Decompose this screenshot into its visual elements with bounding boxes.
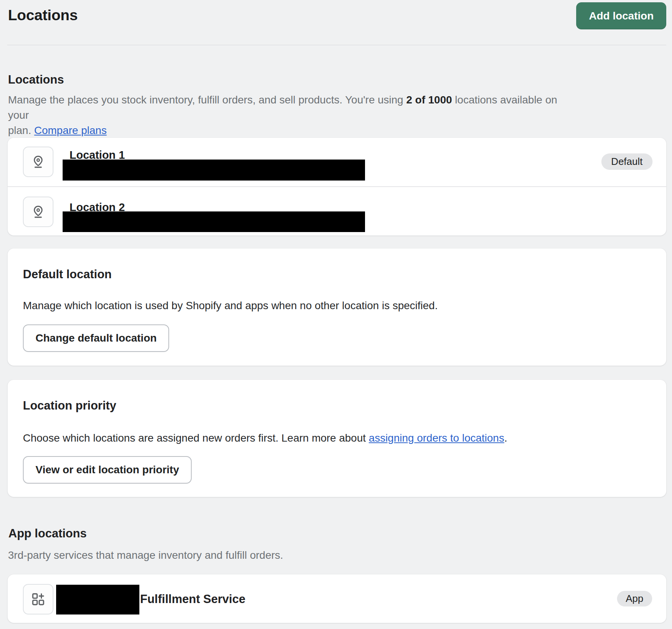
location-pin-icon-box <box>23 197 53 227</box>
apps-icon-box <box>23 584 53 614</box>
assigning-orders-link[interactable]: assigning orders to locations <box>369 432 504 444</box>
usage-count: 2 of 1000 <box>406 94 452 106</box>
location-row-2[interactable]: Location 2 <box>8 187 666 235</box>
location-pin-icon-box <box>23 147 53 177</box>
app-locations-heading: App locations <box>8 527 87 540</box>
location-pin-icon <box>30 204 46 220</box>
compare-plans-link[interactable]: Compare plans <box>34 124 107 136</box>
default-badge: Default <box>601 153 653 170</box>
default-location-card: Default location Manage which location i… <box>8 248 666 366</box>
page-title: Locations <box>8 7 78 24</box>
default-location-description: Manage which location is used by Shopify… <box>23 298 634 313</box>
location-2-redacted-address <box>63 211 365 232</box>
app-locations-description: 3rd-party services that manage inventory… <box>8 548 283 563</box>
location-priority-card: Location priority Choose which locations… <box>8 380 666 497</box>
locations-section-heading: Locations <box>8 73 64 87</box>
change-default-location-button[interactable]: Change default location <box>23 324 169 352</box>
app-badge: App <box>617 591 652 606</box>
view-edit-location-priority-button[interactable]: View or edit location priority <box>23 456 192 484</box>
description-line-2: plan. Compare plans <box>8 123 565 138</box>
locations-list-card: Location 1 Default Location 2 <box>8 138 666 235</box>
apps-icon <box>30 591 46 607</box>
header-divider <box>7 45 666 45</box>
add-location-button[interactable]: Add location <box>576 2 666 29</box>
location-priority-description: Choose which locations are assigned new … <box>23 431 641 446</box>
default-location-heading: Default location <box>23 268 112 281</box>
location-pin-icon <box>30 154 46 170</box>
app-location-card[interactable]: Fulfillment Service App <box>8 574 666 623</box>
location-row-1[interactable]: Location 1 Default <box>8 138 666 186</box>
app-name-suffix: Fulfillment Service <box>140 592 246 606</box>
app-name-redacted <box>56 585 139 614</box>
location-1-redacted-address <box>63 160 365 181</box>
locations-section-description: Manage the places you stock inventory, f… <box>8 92 565 138</box>
location-priority-heading: Location priority <box>23 399 116 413</box>
description-line-1: Manage the places you stock inventory, f… <box>8 92 565 123</box>
locations-settings-page: Locations Add location Locations Manage … <box>0 0 672 629</box>
